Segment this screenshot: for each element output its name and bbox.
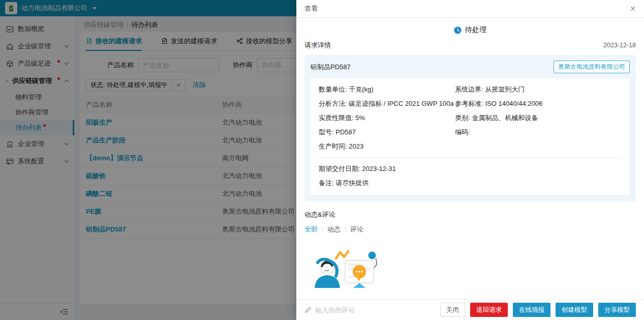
field-production-time: 生产时间: 2023 bbox=[319, 142, 455, 151]
activity-section-title: 动态&评论 bbox=[304, 210, 636, 219]
field-quantity-unit: 数量单位: 千克(kg) bbox=[319, 85, 455, 94]
close-icon[interactable]: ✕ bbox=[630, 5, 636, 12]
field-reference-standard: 参考标准: ISO 14040/44:2006 bbox=[455, 99, 622, 108]
card-divider bbox=[319, 158, 622, 158]
detail-drawer: 查看 ✕ 待处理 请求详情 2023-12-18 铝制品PD587 奥斯古电池原… bbox=[296, 0, 644, 320]
drawer-body: 待处理 请求详情 2023-12-18 铝制品PD587 奥斯古电池原料有限公司… bbox=[296, 18, 644, 299]
field-code: 编码: bbox=[455, 128, 622, 137]
filter-separator bbox=[345, 226, 346, 232]
drawer-footer: 关闭 退回请求 在线填报 创建模型 分享模型 bbox=[296, 299, 644, 320]
create-model-button[interactable]: 创建模型 bbox=[556, 303, 593, 317]
request-detail-card: 铝制品PD587 奥斯古电池原料有限公司 数量单位: 千克(kg) 系统边界: … bbox=[304, 55, 636, 201]
drawer-title: 查看 bbox=[304, 4, 318, 13]
card-product-name: 铝制品PD587 bbox=[311, 63, 351, 72]
return-request-button[interactable]: 退回请求 bbox=[470, 303, 508, 317]
request-date: 2023-12-18 bbox=[603, 42, 636, 49]
field-analysis-method: 分析方法: 碳足迹指标 / IPCC 2021 GWP 100a bbox=[319, 99, 455, 108]
status-badge: 待处理 bbox=[465, 25, 486, 35]
card-fields-box: 数量单位: 千克(kg) 系统边界: 从摇篮到大门 分析方法: 碳足迹指标 / … bbox=[311, 78, 630, 195]
online-fill-button[interactable]: 在线填报 bbox=[513, 303, 550, 317]
filter-separator bbox=[322, 226, 323, 232]
share-model-button[interactable]: 分享模型 bbox=[598, 303, 636, 317]
field-remark: 备注: 请尽快提供 bbox=[319, 179, 622, 188]
request-detail-header: 请求详情 2023-12-18 bbox=[304, 41, 636, 50]
status-line: 待处理 bbox=[304, 25, 636, 35]
activity-filter-all[interactable]: 全部 bbox=[304, 225, 318, 234]
request-detail-title: 请求详情 bbox=[304, 41, 331, 50]
pencil-icon bbox=[304, 306, 312, 313]
drawer-mask[interactable] bbox=[0, 0, 296, 320]
activity-filters: 全部 动态 评论 bbox=[304, 225, 636, 234]
field-model-number: 型号: PD587 bbox=[319, 128, 455, 137]
field-category: 类别: 金属制品、机械和设备 bbox=[455, 113, 622, 123]
empty-state-illustration bbox=[304, 247, 391, 299]
drawer-header: 查看 ✕ bbox=[296, 0, 644, 18]
field-expected-delivery: 期望交付日期: 2023-12-31 bbox=[319, 164, 622, 173]
activity-filter-activity[interactable]: 动态 bbox=[327, 225, 341, 234]
comment-input[interactable] bbox=[315, 306, 435, 314]
field-system-boundary: 系统边界: 从摇篮到大门 bbox=[455, 85, 622, 94]
comment-area bbox=[304, 306, 435, 314]
supplier-tag[interactable]: 奥斯古电池原料有限公司 bbox=[554, 61, 630, 73]
empty-state: 暂无动态与评论~ bbox=[304, 247, 636, 299]
field-empty bbox=[455, 142, 622, 151]
field-materiality-threshold: 实质性限值: 5% bbox=[319, 113, 455, 123]
clock-icon bbox=[454, 26, 462, 34]
activity-filter-comment[interactable]: 评论 bbox=[350, 225, 363, 234]
close-button[interactable]: 关闭 bbox=[440, 303, 465, 317]
